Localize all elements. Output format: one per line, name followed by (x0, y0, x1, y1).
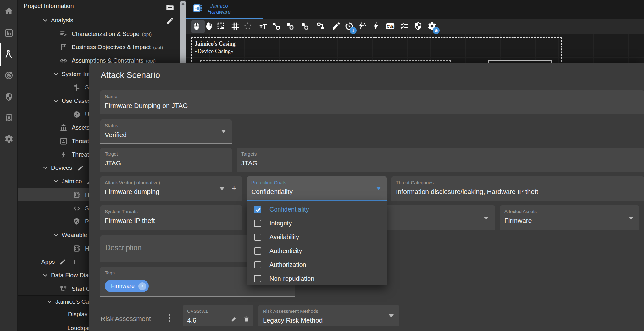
system-threats-field[interactable]: System Threats Firmware IP theft (100, 205, 242, 230)
affected-assets-field[interactable]: Affected Assets Firmware (500, 205, 639, 230)
affected-assets-caret-icon[interactable] (629, 217, 634, 220)
checkbox-checked[interactable] (254, 206, 261, 213)
target-value[interactable]: JTAG (105, 159, 121, 167)
cvss-edit-pencil-icon[interactable] (231, 316, 237, 323)
toolbar-cve-icon[interactable]: CVE (385, 21, 396, 32)
tree-item-label: Assets (72, 124, 90, 131)
toolbar-mouse-tool-icon[interactable] (191, 21, 202, 32)
checklist-icon (400, 21, 409, 32)
toolbar-grid-toggle-icon[interactable] (230, 21, 241, 32)
marquee-select-icon (216, 21, 226, 32)
targets-field[interactable]: Targets JTAG (237, 148, 644, 172)
diagram-toolbar: 1CVEG (186, 19, 644, 34)
protection-goal-option-authenticity[interactable]: Authenticity (247, 244, 387, 258)
flag-outline-icon (59, 43, 68, 51)
targets-value[interactable]: JTAG (241, 159, 258, 167)
system-threats-label: System Threats (105, 209, 138, 214)
protection-goals-caret-icon[interactable] (376, 187, 381, 190)
protection-goal-option-confidentiality[interactable]: Confidentiality (247, 202, 387, 216)
checkbox-unchecked[interactable] (254, 247, 261, 255)
auto-threat-bolt-icon (358, 21, 367, 32)
status-label: Status (105, 123, 118, 128)
name-field[interactable]: Name Firmware Dumping on JTAG (100, 90, 644, 114)
protection-goal-option-availability[interactable]: Availability (247, 230, 387, 244)
target-field[interactable]: Target JTAG (100, 148, 232, 172)
rail-item-settings-gear-icon[interactable] (3, 134, 14, 145)
rail-item-report-receipt-icon[interactable] (3, 113, 14, 124)
tree-item-label: Assumptions & Constraints (72, 57, 143, 64)
name-value[interactable]: Firmware Dumping on JTAG (105, 102, 188, 109)
cvss-field[interactable]: CVSS:3.1 4,6 (183, 305, 253, 326)
rail-item-home-icon[interactable] (3, 6, 14, 18)
dashboard-chart-icon (4, 28, 14, 39)
threat-categories-field[interactable]: Threat Categories Information disclosure… (391, 176, 644, 201)
snap-dots-icon (243, 21, 253, 32)
checkbox-unchecked[interactable] (254, 220, 261, 227)
risk-methods-caret-icon[interactable] (389, 314, 394, 317)
threat-categories-label: Threat Categories (396, 180, 434, 185)
shield-search-icon (73, 218, 81, 226)
option-label: Availability (269, 234, 299, 241)
protection-goal-option-non-repudiation[interactable]: Non-repudiation (247, 272, 387, 285)
toolbar-duplicate-node-icon[interactable] (299, 21, 310, 32)
scrollbar-up-arrow-icon[interactable] (181, 3, 185, 5)
rail-item-security-shield-icon[interactable] (3, 92, 14, 103)
rail-selected-indicator (0, 43, 1, 66)
tree-item-analysis[interactable]: Analysis (18, 14, 204, 27)
toolbar-snap-dots-icon[interactable] (242, 21, 253, 32)
risk-kebab-menu-icon[interactable] (169, 314, 170, 322)
rail-item-target-dart-icon[interactable] (3, 70, 14, 82)
checkbox-unchecked[interactable] (254, 234, 261, 241)
folder-icon[interactable] (166, 3, 174, 13)
cve-icon: CVE (386, 21, 395, 32)
checkbox-unchecked[interactable] (254, 275, 261, 282)
status-caret-icon[interactable] (221, 130, 226, 133)
toolbar-pan-hand-icon[interactable] (203, 21, 214, 32)
toolbar-copy-node-icon[interactable] (285, 21, 295, 32)
protection-goals-label: Protection Goals (251, 180, 286, 185)
tree-item-label: Jaimico (62, 178, 82, 185)
checkbox-unchecked[interactable] (254, 261, 261, 268)
toolbar-marquee-select-icon[interactable] (216, 21, 226, 32)
tag-chip-firmware[interactable]: Firmware ✕ (105, 280, 149, 292)
attack-vector-field[interactable]: Attack Vector (informative) Firmware dum… (100, 176, 242, 201)
toolbar-checklist-icon[interactable] (399, 21, 410, 32)
toolbar-shield-icon[interactable] (413, 21, 424, 32)
duplicate-node-icon (300, 21, 309, 32)
left-icon-rail (0, 0, 18, 331)
toolbar-text-size-icon[interactable] (258, 21, 269, 32)
rail-item-dashboard-chart-icon[interactable] (3, 28, 14, 39)
toolbar-threat-bolt-icon[interactable] (371, 21, 381, 32)
attack-vector-add-icon[interactable]: + (231, 185, 236, 191)
attack-vector-caret-icon[interactable] (219, 187, 225, 190)
option-label: Authenticity (269, 247, 302, 255)
hardware-chip-icon (192, 3, 203, 13)
bank-icon (59, 124, 68, 132)
cvss-delete-trash-icon[interactable] (243, 316, 250, 323)
reroute-node-icon (316, 21, 325, 32)
damage-scenarios-caret-icon[interactable] (484, 217, 489, 220)
description-placeholder: Description (105, 244, 142, 252)
rail-item-design-compass-icon[interactable] (3, 49, 14, 60)
pencil-icon[interactable] (77, 165, 84, 171)
risk-methods-field[interactable]: Risk Assessment Methods Legacy Risk Meth… (258, 305, 399, 326)
plus-icon[interactable] (71, 259, 77, 265)
toolbar-auto-threat-bolt-icon[interactable] (357, 21, 368, 32)
option-label: Non-repudiation (269, 275, 314, 282)
tree-item-label: Use Cases (62, 97, 91, 104)
toolbar-reroute-node-icon[interactable] (315, 21, 326, 32)
link-icon (59, 57, 68, 65)
protection-goal-option-authorization[interactable]: Authorization (247, 258, 387, 272)
app-window: Project Information AnalysisCharacteriza… (0, 0, 644, 331)
pencil-icon[interactable] (59, 259, 66, 265)
toolbar-connect-nodes-icon[interactable] (271, 21, 281, 32)
tab-jaimico-hardware[interactable]: Jaimico Hardware (192, 3, 231, 14)
toolbar-edit-pencil-icon[interactable] (331, 21, 341, 32)
protection-goal-option-integrity[interactable]: Integrity (247, 216, 387, 230)
tag-remove-icon[interactable]: ✕ (138, 282, 146, 290)
mouse-tool-icon (192, 21, 201, 32)
tree-header-project-information[interactable]: Project Information (24, 3, 74, 9)
protection-goals-field[interactable]: Protection Goals Confidentiality (247, 176, 387, 201)
threat-bolt-icon (371, 21, 381, 32)
status-field[interactable]: Status Verified (100, 119, 232, 144)
